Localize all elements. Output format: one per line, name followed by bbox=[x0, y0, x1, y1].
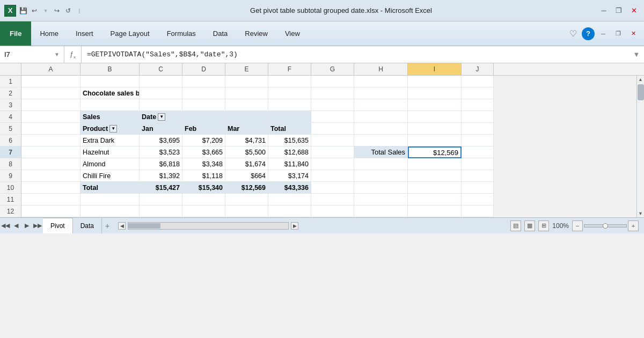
cell-f3[interactable] bbox=[268, 99, 311, 111]
cell-d9[interactable]: $1,118 bbox=[182, 170, 225, 182]
file-tab[interactable]: File bbox=[0, 21, 31, 46]
col-header-c[interactable]: C bbox=[140, 63, 182, 75]
cell-a2[interactable] bbox=[21, 87, 80, 99]
redo-icon[interactable]: ↪ bbox=[52, 6, 62, 16]
ribbon-close-icon[interactable]: ✕ bbox=[627, 27, 640, 40]
cell-c4[interactable]: Date ▼ bbox=[140, 111, 182, 123]
scroll-up-button[interactable]: ▲ bbox=[637, 76, 644, 83]
cell-b7[interactable]: Hazelnut bbox=[80, 146, 140, 158]
sheet-nav-prev[interactable]: ◀ bbox=[11, 218, 21, 233]
cell-e1[interactable] bbox=[225, 76, 268, 87]
save-icon[interactable]: 💾 bbox=[18, 6, 28, 16]
tab-view[interactable]: View bbox=[276, 21, 309, 46]
restore-button[interactable]: ❐ bbox=[613, 5, 625, 17]
cell-j10[interactable] bbox=[462, 182, 494, 194]
cell-c11[interactable] bbox=[140, 194, 182, 205]
cell-g3[interactable] bbox=[311, 99, 354, 111]
cell-a7[interactable] bbox=[21, 146, 80, 158]
col-header-b[interactable]: B bbox=[80, 63, 140, 75]
name-box-arrow-icon[interactable]: ▼ bbox=[54, 52, 60, 57]
cell-e5[interactable]: Mar bbox=[225, 123, 268, 135]
cell-i6[interactable] bbox=[408, 135, 462, 146]
cell-j5[interactable] bbox=[462, 123, 494, 135]
formula-scroll-icon[interactable]: ▼ bbox=[629, 46, 644, 63]
cell-e12[interactable] bbox=[225, 205, 268, 217]
cell-d7[interactable]: $3,665 bbox=[182, 146, 225, 158]
cell-h8[interactable] bbox=[354, 158, 408, 170]
col-header-a[interactable]: A bbox=[21, 63, 80, 75]
cell-f12[interactable] bbox=[268, 205, 311, 217]
cell-c1[interactable] bbox=[140, 76, 182, 87]
cell-i4[interactable] bbox=[408, 111, 462, 123]
cell-e9[interactable]: $664 bbox=[225, 170, 268, 182]
cell-i10[interactable] bbox=[408, 182, 462, 194]
zoom-out-button[interactable]: − bbox=[572, 221, 583, 231]
cell-a4[interactable] bbox=[21, 111, 80, 123]
cell-c8[interactable]: $6,818 bbox=[140, 158, 182, 170]
col-header-h[interactable]: H bbox=[354, 63, 408, 75]
cell-g11[interactable] bbox=[311, 194, 354, 205]
cell-d1[interactable] bbox=[182, 76, 225, 87]
col-header-e[interactable]: E bbox=[225, 63, 268, 75]
cell-b8[interactable]: Almond bbox=[80, 158, 140, 170]
formula-input[interactable]: =GETPIVOTDATA("Sales",$B$4,"date",3) bbox=[82, 50, 629, 58]
cell-e3[interactable] bbox=[225, 99, 268, 111]
tab-page-layout[interactable]: Page Layout bbox=[102, 21, 158, 46]
cell-h11[interactable] bbox=[354, 194, 408, 205]
cell-g10[interactable] bbox=[311, 182, 354, 194]
cell-g9[interactable] bbox=[311, 170, 354, 182]
cell-j11[interactable] bbox=[462, 194, 494, 205]
cell-f6[interactable]: $15,635 bbox=[268, 135, 311, 146]
product-filter-icon[interactable]: ▼ bbox=[109, 125, 117, 133]
cell-i2[interactable] bbox=[408, 87, 462, 99]
zoom-slider[interactable] bbox=[584, 224, 627, 227]
cell-j6[interactable] bbox=[462, 135, 494, 146]
h-scroll-thumb[interactable] bbox=[128, 223, 160, 229]
cell-b4[interactable]: Sales bbox=[80, 111, 140, 123]
cell-j1[interactable] bbox=[462, 76, 494, 87]
cell-d5[interactable]: Feb bbox=[182, 123, 225, 135]
vertical-scrollbar[interactable]: ▲ ▼ bbox=[636, 76, 644, 217]
cell-g12[interactable] bbox=[311, 205, 354, 217]
tab-review[interactable]: Review bbox=[236, 21, 276, 46]
normal-view-button[interactable]: ▤ bbox=[510, 221, 521, 231]
cell-h9[interactable] bbox=[354, 170, 408, 182]
col-header-g[interactable]: G bbox=[311, 63, 354, 75]
cell-h12[interactable] bbox=[354, 205, 408, 217]
col-header-d[interactable]: D bbox=[182, 63, 225, 75]
cell-f7[interactable]: $12,688 bbox=[268, 146, 311, 158]
help-button[interactable]: ? bbox=[582, 27, 595, 40]
cell-g7[interactable] bbox=[311, 146, 354, 158]
cell-c6[interactable]: $3,695 bbox=[140, 135, 182, 146]
cell-d8[interactable]: $3,348 bbox=[182, 158, 225, 170]
cell-g1[interactable] bbox=[311, 76, 354, 87]
cell-f10[interactable]: $43,336 bbox=[268, 182, 311, 194]
cell-g5[interactable] bbox=[311, 123, 354, 135]
cell-b5[interactable]: Product ▼ bbox=[80, 123, 140, 135]
cell-c5[interactable]: Jan bbox=[140, 123, 182, 135]
cell-c12[interactable] bbox=[140, 205, 182, 217]
cell-b11[interactable] bbox=[80, 194, 140, 205]
date-filter-icon[interactable]: ▼ bbox=[158, 113, 165, 121]
cell-d6[interactable]: $7,209 bbox=[182, 135, 225, 146]
cell-a1[interactable] bbox=[21, 76, 80, 87]
cell-i1[interactable] bbox=[408, 76, 462, 87]
cell-d4[interactable] bbox=[182, 111, 225, 123]
cell-a11[interactable] bbox=[21, 194, 80, 205]
h-scroll-right-button[interactable]: ▶ bbox=[291, 222, 298, 230]
cell-a5[interactable] bbox=[21, 123, 80, 135]
cell-g2[interactable] bbox=[311, 87, 354, 99]
cell-j12[interactable] bbox=[462, 205, 494, 217]
cell-d11[interactable] bbox=[182, 194, 225, 205]
cell-i11[interactable] bbox=[408, 194, 462, 205]
cell-c3[interactable] bbox=[140, 99, 182, 111]
col-header-j[interactable]: J bbox=[462, 63, 494, 75]
cell-e11[interactable] bbox=[225, 194, 268, 205]
cell-h5[interactable] bbox=[354, 123, 408, 135]
h-scroll-bar[interactable] bbox=[128, 222, 289, 230]
cell-i7-total-sales-value[interactable]: $12,569 bbox=[408, 146, 462, 158]
cell-g6[interactable] bbox=[311, 135, 354, 146]
page-layout-view-button[interactable]: ▦ bbox=[524, 221, 535, 231]
cell-i9[interactable] bbox=[408, 170, 462, 182]
cell-j4[interactable] bbox=[462, 111, 494, 123]
